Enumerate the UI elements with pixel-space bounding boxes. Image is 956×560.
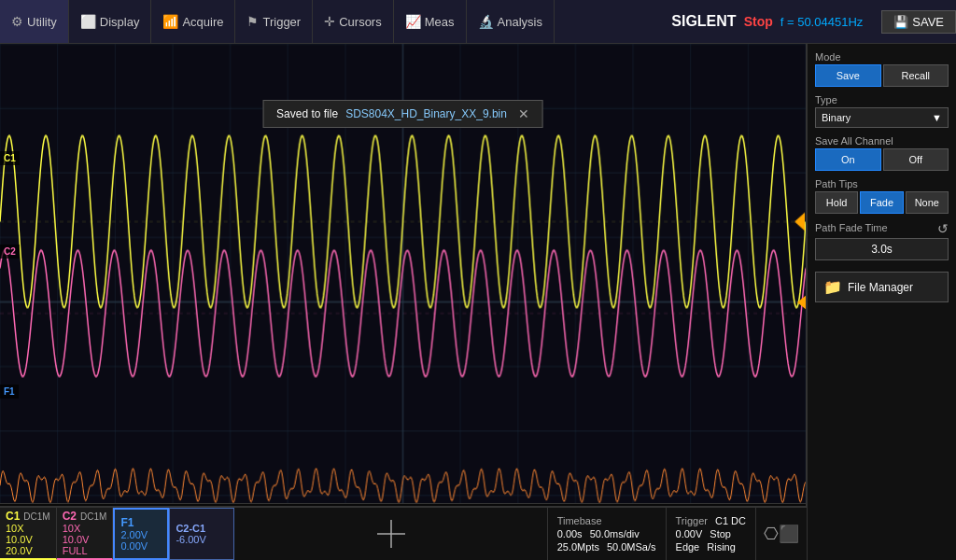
ch1-voffset: 20.0V [6,545,50,556]
timebase-rate: 50.0MSa/s [607,541,656,553]
menu-trigger[interactable]: ⚑ Trigger [235,0,313,43]
menu-meas[interactable]: 📈 Meas [394,0,467,43]
menu-analysis[interactable]: 🔬 Analysis [467,0,555,43]
channel-info-bar: C1 DC1M 10X 10.0V 20.0V C2 DC1M 10X 10.0… [0,506,807,560]
ch1-scope-label: C1 [0,151,20,165]
f1-voffset: 0.00V [120,540,162,552]
ch1-coupling: DC1M [23,511,49,522]
menu-display[interactable]: ⬜ Display [69,0,152,43]
brand-area: SIGLENT Stop f = 50.04451Hz [660,13,874,30]
f1-scope-label: F1 [0,385,19,399]
file-manager-label: File Manager [848,281,913,294]
timebase-div: 50.0ms/div [590,528,640,539]
path-tips-label: Path Tips [815,178,949,189]
utility-icon: ⚙ [11,14,23,29]
type-value: Binary [822,112,851,123]
stop-status: Stop [744,14,773,29]
on-btn[interactable]: On [815,148,881,171]
type-select[interactable]: Binary ▼ [815,107,949,128]
save-button[interactable]: 💾 SAVE [881,10,956,34]
brand-name: SIGLENT [671,13,736,30]
mode-buttons: Save Recall [815,64,949,87]
ch1-scale: 10X [6,523,50,534]
file-manager-button[interactable]: 📁 File Manager [815,272,949,302]
type-dropdown-icon: ▼ [932,112,942,123]
none-btn[interactable]: None [906,191,949,214]
ch2-scale: 10X [63,523,107,534]
meas-icon: 📈 [405,14,421,29]
notification-prefix: Saved to file [276,107,338,120]
save-label: SAVE [912,15,944,29]
save-icon: 💾 [893,15,908,29]
menu-utility-label: Utility [27,15,57,29]
trigger-source: C1 DC [715,515,746,526]
menu-acquire-label: Acquire [182,15,223,29]
ch2-scope-label: C2 [0,245,20,259]
save-all-ch-section: Save All Channel On Off [815,135,949,171]
math-display [234,508,547,560]
ch2-block[interactable]: C2 DC1M 10X 10.0V FULL [57,508,114,560]
timebase-block: Timebase 0.00s 50.0ms/div 25.0Mpts 50.0M… [548,508,666,560]
notification-filename: SDS804X_HD_Binary_XX_9.bin [345,107,507,120]
timebase-label: Timebase [557,515,602,526]
path-fade-time-section: Path Fade Time ↺ 3.0s [815,221,949,260]
ch2-coupling: DC1M [80,511,106,522]
trigger-level: 0.00V [676,528,703,539]
c2c1-voffset: -6.00V [176,534,228,545]
save-all-ch-buttons: On Off [815,148,949,171]
off-btn[interactable]: Off [883,148,949,171]
trigger-icon: ⚑ [246,14,259,29]
timebase-offset: 0.00s [557,528,583,539]
timebase-sample: 25.0Mpts [557,541,599,553]
analysis-icon: 🔬 [478,14,494,29]
ch1-name: C1 [6,510,20,523]
acquire-icon: 📶 [162,14,178,29]
save-notification: Saved to file SDS804X_HD_Binary_XX_9.bin… [262,100,543,128]
menu-meas-label: Meas [425,15,455,29]
type-label: Type [815,94,949,105]
path-tips-section: Path Tips Hold Fade None [815,178,949,214]
trigger-slope: Edge [676,541,700,553]
f1-vdiv: 2.00V [120,529,162,540]
menu-analysis-label: Analysis [498,15,542,29]
hold-btn[interactable]: Hold [815,191,858,214]
folder-icon: 📁 [823,278,842,296]
usb-connected-icon: ⬛ [779,524,799,544]
c2c1-name: C2-C1 [176,523,205,534]
save-all-ch-label: Save All Channel [815,135,949,147]
frequency-display: f = 50.04451Hz [780,15,864,29]
notification-close[interactable]: ✕ [518,106,529,121]
channel-indicator [797,295,807,310]
ch1-vdiv: 10.0V [6,534,50,545]
path-fade-time-value[interactable]: 3.0s [815,238,949,260]
path-fade-refresh-icon[interactable]: ↺ [937,221,949,236]
trigger-block: Trigger C1 DC 0.00V Stop Edge Rising [666,508,755,560]
menu-utility[interactable]: ⚙ Utility [0,0,69,43]
mode-section: Mode Save Recall [815,51,949,87]
ch2-vdiv: 10.0V [63,534,107,545]
display-icon: ⬜ [80,14,96,29]
menu-cursors-label: Cursors [339,15,382,29]
path-tips-buttons: Hold Fade None [815,191,949,214]
main-area: Saved to file SDS804X_HD_Binary_XX_9.bin… [0,44,956,560]
trigger-edge: Rising [707,541,736,553]
ch1-block[interactable]: C1 DC1M 10X 10.0V 20.0V [0,508,57,560]
menu-trigger-label: Trigger [262,15,301,29]
trigger-mode: Stop [710,528,731,539]
scope-display: Saved to file SDS804X_HD_Binary_XX_9.bin… [0,44,807,560]
recall-mode-btn[interactable]: Recall [883,64,949,87]
menu-cursors[interactable]: ✛ Cursors [313,0,394,43]
type-section: Type Binary ▼ [815,94,949,128]
ch2-name: C2 [63,510,77,523]
mode-label: Mode [815,51,949,63]
c2c1-block[interactable]: C2-C1 -6.00V [169,508,234,560]
menu-acquire[interactable]: 📶 Acquire [151,0,235,43]
path-fade-time-label: Path Fade Time [815,222,888,233]
ch2-voffset: FULL [63,545,107,556]
f1-block[interactable]: F1 2.00V 0.00V [113,508,169,560]
fade-btn[interactable]: Fade [860,191,903,214]
type-select-wrapper: Binary ▼ [815,107,949,128]
math-symbol-svg [363,515,419,553]
save-mode-btn[interactable]: Save [815,64,881,87]
cursors-icon: ✛ [324,14,335,29]
